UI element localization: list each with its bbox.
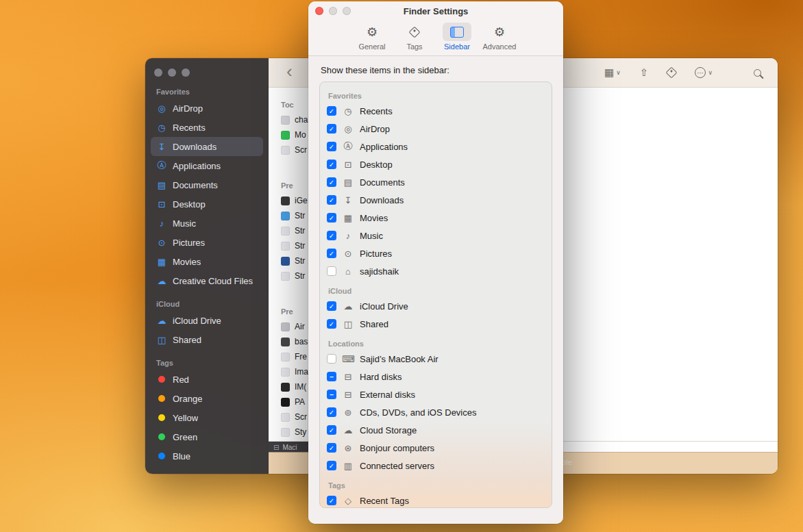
finder-window-controls [151,68,263,77]
checkbox[interactable] [327,266,336,276]
checkbox[interactable]: ✓ [327,213,336,223]
toolbar-search-icon[interactable] [754,69,761,77]
sidebar-item[interactable]: ☁Creative Cloud Files [151,271,263,290]
download-icon: ↧ [342,195,354,205]
row-label: CDs, DVDs, and iOS Devices [360,407,477,418]
sidebar-item[interactable]: ◫Shared [151,330,263,349]
tab-tags[interactable]: Tags [396,23,433,51]
sidebar-item[interactable]: Yellow [151,408,263,427]
sidebar-item[interactable]: ▦Movies [151,252,263,271]
row-label: Shared [360,319,388,329]
sidebar-item[interactable]: ♪Music [151,214,263,233]
settings-row: ✓☁Cloud Storage [327,421,545,439]
checkbox[interactable]: ✓ [327,407,336,417]
sidebar-item-label: Movies [173,257,201,267]
zoom-button[interactable] [182,68,190,77]
advanced-gear-icon: ⚙ [494,25,505,40]
row-label: Cloud Storage [360,425,417,435]
chevron-down-icon: ∨ [708,69,713,76]
minimize-button[interactable] [168,68,176,77]
sidebar-item[interactable]: ⒶApplications [151,156,263,175]
clock-icon: ◷ [156,123,167,133]
sidebar-item-label: Music [173,218,196,229]
checkbox[interactable]: ✓ [327,195,336,205]
checkbox[interactable]: – [327,390,336,399]
settings-content: Show these items in the sidebar: Favorit… [308,56,563,524]
checkbox[interactable]: ✓ [327,443,336,453]
sidebar-item[interactable]: ▤Documents [151,175,263,194]
finder-sidebar: Favorites◎AirDrop◷Recents↧DownloadsⒶAppl… [145,58,269,474]
toolbar-grid-view-icon[interactable]: ▦∨ [604,66,621,79]
sidebar-item[interactable]: Red [151,370,263,389]
minimize-button[interactable] [329,7,337,15]
checkbox[interactable]: ✓ [327,249,336,258]
settings-row: ✓⊛Bonjour computers [327,439,545,457]
checkbox[interactable]: ✓ [327,425,336,435]
toolbar-share-icon[interactable]: ⇧ [640,66,649,79]
sidebar-item-label: Pictures [173,238,205,248]
sidebar-item[interactable]: Blue [151,446,263,466]
checkbox[interactable]: – [327,372,336,381]
settings-row: ✓◇Recent Tags [327,492,545,508]
sidebar-item[interactable]: ↧Downloads [151,137,263,156]
tab-sidebar[interactable]: Sidebar [438,23,475,51]
close-button[interactable] [154,68,162,77]
share-icon: ⇧ [640,66,649,79]
zoom-button[interactable] [343,7,351,15]
row-label: Hard disks [360,372,402,382]
row-label: Movies [360,213,388,223]
checkbox[interactable]: ✓ [327,142,336,151]
checkbox[interactable]: ✓ [327,496,336,505]
bonjour-icon: ⊛ [342,443,354,453]
settings-row: ✓⊙Pictures [327,244,545,262]
document-icon: ▤ [342,177,354,188]
file-name: Str [295,256,305,266]
sidebar-columns-icon [450,27,464,38]
sidebar-item[interactable]: Orange [151,389,263,408]
row-label: sajidshaik [360,266,399,277]
checkbox[interactable]: ✓ [327,461,336,470]
sidebar-item[interactable]: ⊡Desktop [151,194,263,214]
sidebar-item[interactable]: ◎AirDrop [151,99,263,118]
tag-dot [158,414,165,421]
sidebar-item[interactable]: ◷Recents [151,118,263,137]
more-icon: ⋯ [695,67,706,78]
sidebar-item-label: Documents [173,180,218,190]
sidebar-item[interactable]: Green [151,427,263,446]
download-icon: ↧ [156,142,167,152]
sidebar-item[interactable]: ☁iCloud Drive [151,311,263,330]
checkbox[interactable]: ✓ [327,231,336,240]
checkbox[interactable]: ✓ [327,177,336,187]
file-name: Str [295,211,305,220]
file-icon [281,116,290,125]
file-name: Scr [295,412,307,422]
checkbox[interactable]: ✓ [327,319,336,329]
applications-icon: Ⓐ [156,160,167,172]
checkbox[interactable]: ✓ [327,106,336,116]
file-icon [281,322,290,331]
toolbar-more-icon[interactable]: ⋯∨ [695,67,713,78]
file-icon [281,353,290,362]
file-icon [281,383,290,392]
sidebar-item-label: Desktop [173,199,206,210]
toolbar-tag-icon[interactable] [667,68,676,77]
sidebar-item-label: Creative Cloud Files [173,276,253,286]
sidebar-item-label: Red [173,375,189,385]
checkbox[interactable] [327,354,336,364]
checkbox[interactable]: ✓ [327,160,336,169]
file-name: Ima [295,367,308,377]
row-label: Bonjour computers [360,443,434,453]
back-chevron-icon[interactable]: ‹ [286,62,293,80]
tab-general[interactable]: ⚙General [354,23,391,51]
sidebar-item-label: Applications [173,161,221,171]
sidebar-item-label: Green [173,432,197,442]
settings-row: ✓↧Downloads [327,191,545,209]
tab-advanced[interactable]: ⚙Advanced [481,23,518,51]
close-button[interactable] [315,7,323,15]
checkbox[interactable]: ✓ [327,124,336,134]
sidebar-section-title: Tags [151,359,263,367]
row-label: Downloads [360,195,404,205]
row-label: Desktop [360,160,393,170]
checkbox[interactable]: ✓ [327,301,336,311]
sidebar-item[interactable]: ⊙Pictures [151,233,263,252]
